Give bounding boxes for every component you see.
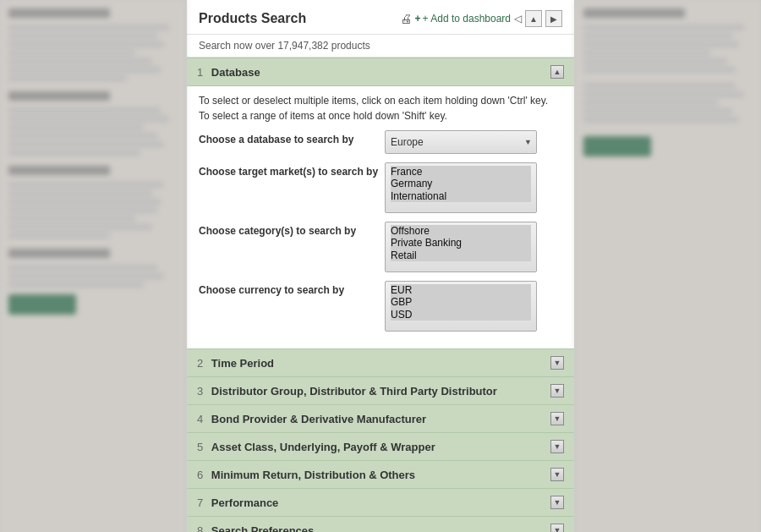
- distributor-title: Distributor Group, Distributor & Third P…: [211, 385, 497, 398]
- asset-section[interactable]: 5 Asset Class, Underlying, Payoff & Wrap…: [187, 432, 574, 460]
- minimum-title: Minimum Return, Distribution & Others: [211, 469, 415, 481]
- plus-icon: +: [415, 13, 421, 25]
- bond-chevron[interactable]: ▼: [550, 412, 564, 425]
- search-prefs-section[interactable]: 8 Search Preferences ▼: [187, 516, 574, 532]
- database-section-number: 1: [197, 66, 203, 79]
- minimum-number: 6: [197, 469, 203, 481]
- sidebar-left: [0, 0, 186, 532]
- target-market-row: Choose target market(s) to search by Fra…: [199, 162, 562, 213]
- category-select[interactable]: Offshore Private Banking Retail: [385, 222, 537, 272]
- distributor-section[interactable]: 3 Distributor Group, Distributor & Third…: [187, 376, 574, 404]
- minimum-chevron[interactable]: ▼: [550, 468, 564, 481]
- header-actions: 🖨 + + Add to dashboard ◁ ▲ ▶: [400, 10, 562, 27]
- performance-section[interactable]: 7 Performance ▼: [187, 488, 574, 516]
- instruction-1: To select or deselect multiple items, cl…: [199, 95, 562, 107]
- nav-down-btn[interactable]: ▶: [545, 10, 562, 27]
- target-market-label: Choose target market(s) to search by: [199, 162, 385, 178]
- time-period-section[interactable]: 2 Time Period ▼: [187, 348, 574, 376]
- distributor-number: 3: [197, 385, 203, 398]
- asset-chevron[interactable]: ▼: [550, 440, 564, 453]
- page-wrapper: Products Search 🖨 + + Add to dashboard ◁…: [0, 0, 761, 532]
- database-select[interactable]: Europe Asia Americas: [385, 130, 537, 154]
- category-row: Choose category(s) to search by Offshore…: [199, 222, 562, 272]
- bond-title: Bond Provider & Derivative Manufacturer: [211, 413, 426, 425]
- page-title: Products Search: [199, 11, 306, 26]
- database-row: Choose a database to search by Europe As…: [199, 130, 562, 154]
- share-icon[interactable]: ◁: [514, 13, 522, 25]
- search-prefs-chevron[interactable]: ▼: [550, 524, 564, 532]
- print-icon[interactable]: 🖨: [400, 12, 412, 25]
- search-prefs-title: Search Preferences: [211, 524, 314, 533]
- category-control: Offshore Private Banking Retail: [385, 222, 562, 272]
- currency-control: EUR GBP USD: [385, 281, 562, 332]
- performance-number: 7: [197, 496, 203, 509]
- database-section-content: To select or deselect multiple items, cl…: [187, 86, 574, 348]
- bond-section[interactable]: 4 Bond Provider & Derivative Manufacture…: [187, 404, 574, 432]
- database-section-header[interactable]: 1 Database ▲: [187, 58, 574, 86]
- bond-number: 4: [197, 413, 203, 425]
- distributor-chevron[interactable]: ▼: [550, 384, 564, 398]
- asset-number: 5: [197, 441, 203, 453]
- search-prefs-number: 8: [197, 524, 203, 533]
- database-select-wrapper: Europe Asia Americas: [385, 130, 537, 154]
- minimum-section[interactable]: 6 Minimum Return, Distribution & Others …: [187, 460, 574, 488]
- currency-select[interactable]: EUR GBP USD: [385, 281, 537, 332]
- time-period-number: 2: [197, 357, 203, 370]
- database-control: Europe Asia Americas: [385, 130, 562, 154]
- currency-row: Choose currency to search by EUR GBP USD: [199, 281, 562, 332]
- database-section-title: Database: [211, 66, 260, 79]
- panel-header: Products Search 🖨 + + Add to dashboard ◁…: [187, 0, 574, 35]
- main-panel: Products Search 🖨 + + Add to dashboard ◁…: [186, 0, 575, 532]
- add-to-dashboard-link[interactable]: + + Add to dashboard: [415, 13, 511, 25]
- database-label: Choose a database to search by: [199, 130, 385, 145]
- asset-title: Asset Class, Underlying, Payoff & Wrappe…: [211, 441, 435, 453]
- target-market-control: France Germany International: [385, 162, 562, 213]
- database-section-chevron[interactable]: ▲: [550, 65, 564, 79]
- currency-label: Choose currency to search by: [199, 281, 385, 296]
- category-label: Choose category(s) to search by: [199, 222, 385, 237]
- nav-up-btn[interactable]: ▲: [525, 10, 542, 27]
- search-count: Search now over 17,947,382 products: [187, 35, 574, 58]
- target-market-select[interactable]: France Germany International: [385, 162, 537, 213]
- performance-chevron[interactable]: ▼: [550, 496, 564, 509]
- instruction-2: To select a range of items at once hold …: [199, 110, 562, 122]
- time-period-chevron[interactable]: ▼: [550, 356, 564, 370]
- time-period-title: Time Period: [211, 357, 274, 370]
- performance-title: Performance: [211, 496, 278, 509]
- sidebar-right: [575, 0, 761, 532]
